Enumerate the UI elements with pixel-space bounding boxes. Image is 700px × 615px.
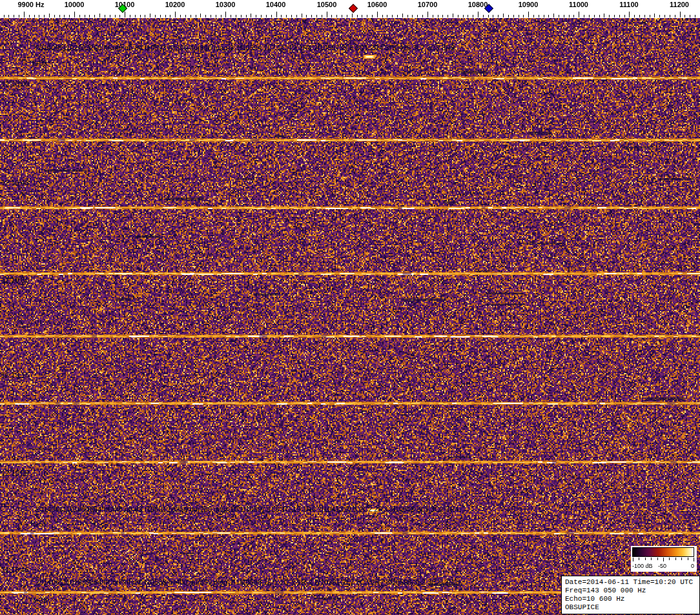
time-label: 12:19:15 xyxy=(1,371,29,379)
legend-tick xyxy=(694,558,694,561)
event-time-marker: ^t+03 xyxy=(30,59,47,67)
event-time-marker: ^t+39 xyxy=(30,596,47,604)
color-scale-legend: -100 dB -50 0 xyxy=(631,546,697,572)
legend-tick xyxy=(663,558,664,561)
legend-tick xyxy=(675,558,676,560)
info-line-datetime: Date=2014-06-11 Time=10:20 UTC xyxy=(565,578,697,587)
time-label: 12:19:30 xyxy=(1,276,29,284)
legend-label-max: 0 xyxy=(691,563,694,569)
info-box: Date=2014-06-11 Time=10:20 UTC Freq=143 … xyxy=(561,576,700,614)
info-line-station: OBSUPICE xyxy=(565,603,697,612)
time-label: 12:18:45 xyxy=(1,566,29,574)
time-label: 12:20:00 xyxy=(1,80,29,88)
event-annotation: 20140611101839864 hCnt7 nb-80 f10588 hit… xyxy=(36,578,458,586)
legend-tick xyxy=(633,558,633,561)
legend-tick xyxy=(651,558,652,560)
legend-tick-scale xyxy=(633,558,695,562)
legend-tick xyxy=(645,558,646,560)
legend-label-mid: -50 xyxy=(658,563,666,569)
spectrogram-overlay: 12:20:0012:19:4512:19:3012:19:1512:19:00… xyxy=(0,0,700,615)
time-label: 12:19:45 xyxy=(1,179,29,187)
legend-tick xyxy=(639,558,639,560)
legend-tick xyxy=(688,558,688,560)
legend-gradient xyxy=(632,547,694,557)
legend-tick xyxy=(669,558,670,560)
spectrogram-app: 9900 Hz100001010010200103001040010500106… xyxy=(0,0,700,615)
event-annotation: 20140611102003260 hCnt9 nb-84 f10593 hit… xyxy=(36,44,455,52)
time-label: 12:19:00 xyxy=(1,469,29,477)
info-line-echo: Echo=10 600 Hz xyxy=(565,595,697,603)
legend-label-min: -100 dB xyxy=(632,563,653,569)
event-time-marker: ^t+51 xyxy=(30,520,47,528)
info-line-frequency: Freq=143 050 000 Hz xyxy=(565,587,697,595)
event-annotation: 20140611101851864 hCnt8 nb-83 f10601 hit… xyxy=(36,505,458,513)
legend-tick xyxy=(657,558,658,560)
legend-tick xyxy=(681,558,682,560)
